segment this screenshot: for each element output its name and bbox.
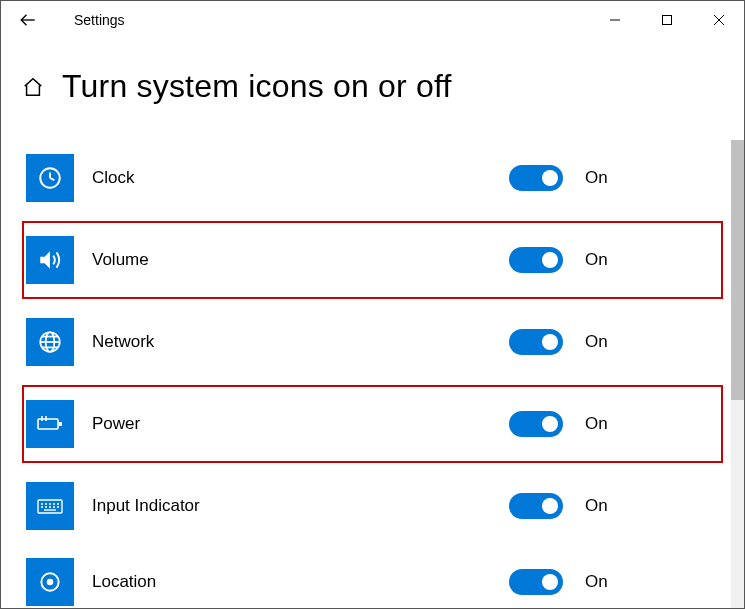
toggle-input-indicator[interactable] (509, 493, 563, 519)
settings-list: Clock On Volume On Network (0, 145, 745, 609)
volume-icon (26, 236, 74, 284)
setting-row-input-indicator: Input Indicator On (22, 473, 723, 539)
setting-label: Clock (92, 168, 135, 188)
setting-row-location: Location On (22, 549, 723, 609)
toggle-state: On (585, 414, 608, 434)
setting-label: Volume (92, 250, 149, 270)
setting-label: Location (92, 572, 156, 592)
location-icon (26, 558, 74, 606)
svg-point-31 (47, 579, 54, 586)
svg-marker-8 (40, 251, 50, 268)
toggle-state: On (585, 332, 608, 352)
scrollbar-track[interactable] (731, 140, 745, 609)
toggle-state: On (585, 168, 608, 188)
toggle-location[interactable] (509, 569, 563, 595)
setting-row-volume: Volume On (22, 221, 723, 299)
home-icon[interactable] (22, 76, 44, 98)
setting-row-clock: Clock On (22, 145, 723, 211)
page-title: Turn system icons on or off (62, 68, 452, 105)
setting-label: Power (92, 414, 140, 434)
toggle-network[interactable] (509, 329, 563, 355)
window-title: Settings (74, 12, 125, 28)
window-controls (589, 0, 745, 40)
back-button[interactable] (14, 6, 42, 34)
toggle-state: On (585, 496, 608, 516)
toggle-state: On (585, 250, 608, 270)
keyboard-icon (26, 482, 74, 530)
setting-row-network: Network On (22, 309, 723, 375)
toggle-state: On (585, 572, 608, 592)
scrollbar-thumb[interactable] (731, 140, 745, 400)
power-icon (26, 400, 74, 448)
svg-rect-2 (663, 16, 672, 25)
minimize-button[interactable] (589, 0, 641, 40)
setting-label: Network (92, 332, 154, 352)
toggle-power[interactable] (509, 411, 563, 437)
svg-line-7 (50, 178, 54, 180)
titlebar: Settings (0, 0, 745, 40)
close-button[interactable] (693, 0, 745, 40)
svg-rect-15 (59, 422, 62, 426)
toggle-clock[interactable] (509, 165, 563, 191)
maximize-button[interactable] (641, 0, 693, 40)
network-icon (26, 318, 74, 366)
setting-label: Input Indicator (92, 496, 200, 516)
setting-row-power: Power On (22, 385, 723, 463)
svg-rect-14 (38, 419, 58, 429)
clock-icon (26, 154, 74, 202)
toggle-volume[interactable] (509, 247, 563, 273)
page-heading-row: Turn system icons on or off (0, 68, 745, 105)
